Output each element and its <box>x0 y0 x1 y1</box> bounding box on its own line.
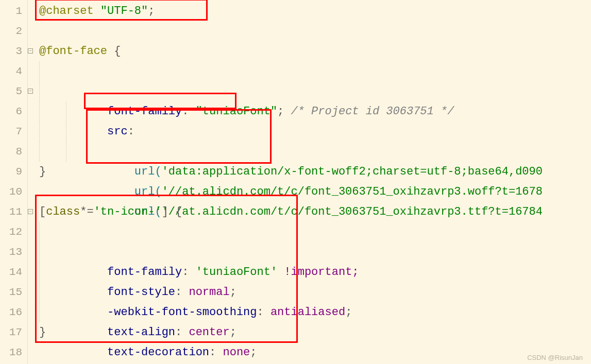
css-brace: ] { <box>162 205 182 218</box>
css-brace: } <box>39 326 46 339</box>
line-number: 5 <box>0 81 22 101</box>
css-attr-name: class <box>46 205 80 218</box>
css-string: "UTF-8" <box>94 5 148 18</box>
indent-guide <box>66 101 66 122</box>
code-line: url('//at.alicdn.com/t/c/font_3063751_ox… <box>39 122 591 142</box>
css-property: text-decoration <box>107 346 209 359</box>
code-line: font-style: normal; <box>39 242 591 262</box>
fold-column: − − − <box>28 0 35 364</box>
code-line: url('data:application/x-font-woff2;chars… <box>39 101 591 122</box>
code-line: -webkit-font-smoothing: antialiased; <box>39 262 591 282</box>
css-value: none <box>223 346 250 359</box>
css-at-rule: @charset <box>39 5 94 18</box>
fold-toggle-icon[interactable]: − <box>28 89 33 94</box>
css-punct: [ <box>39 205 46 218</box>
css-function: url( <box>134 185 162 198</box>
code-line: src: <box>39 81 591 101</box>
code-line: text-align: center; <box>39 282 591 302</box>
code-editor: 1 2 3 4 5 6 7 8 9 10 11 12 13 14 15 16 1… <box>0 0 591 364</box>
indent-guide <box>39 222 40 242</box>
code-line: font-family: "tuniaoFont"; /* Project id… <box>39 61 591 81</box>
css-punct: : <box>209 346 223 359</box>
line-number: 3 <box>0 41 22 61</box>
line-number: 8 <box>0 142 22 162</box>
indent-guide <box>39 101 40 122</box>
line-number: 1 <box>0 1 22 21</box>
fold-toggle-icon[interactable]: − <box>28 209 33 214</box>
indent-guide <box>66 122 66 142</box>
css-at-rule: @font-face <box>39 45 107 58</box>
css-string: 'tn-icon-' <box>94 205 162 218</box>
indent-guide <box>66 142 66 162</box>
css-string: '//at.alicdn.com/t/c/font_3063751_oxihza… <box>162 185 543 198</box>
css-brace: } <box>39 165 46 178</box>
indent-guide <box>39 242 40 262</box>
indent-guide <box>39 122 40 142</box>
line-number: 17 <box>0 322 22 342</box>
code-line: @charset "UTF-8"; <box>39 1 591 21</box>
line-number: 13 <box>0 242 22 262</box>
line-number-gutter: 1 2 3 4 5 6 7 8 9 10 11 12 13 14 15 16 1… <box>0 0 28 364</box>
line-number: 11 <box>0 202 22 222</box>
line-number: 9 <box>0 162 22 182</box>
line-number: 15 <box>0 282 22 302</box>
watermark: CSDN @RisunJan <box>527 354 583 361</box>
code-line: text-decoration: none; <box>39 302 591 322</box>
code-line: } <box>39 162 591 182</box>
line-number: 14 <box>0 262 22 282</box>
css-operator: *= <box>80 205 93 218</box>
indent-guide <box>39 61 40 81</box>
code-line: font-family: 'tuniaoFont' !important; <box>39 222 591 242</box>
code-line: url('//at.alicdn.com/t/c/font_3063751_ox… <box>39 142 591 162</box>
fold-toggle-icon[interactable]: − <box>28 48 33 54</box>
line-number: 10 <box>0 182 22 202</box>
line-number: 6 <box>0 101 22 122</box>
css-punct: ; <box>250 346 257 359</box>
code-line: } <box>39 322 591 342</box>
code-content[interactable]: @charset "UTF-8"; @font-face { font-fami… <box>39 0 591 364</box>
code-line: @font-face { <box>39 41 591 61</box>
indent-guide <box>39 262 40 282</box>
line-number: 4 <box>0 61 22 81</box>
indent-guide <box>39 302 40 322</box>
indent-guide <box>39 282 40 302</box>
line-number: 16 <box>0 302 22 322</box>
css-brace: { <box>107 45 121 58</box>
line-number: 12 <box>0 222 22 242</box>
code-line: [class*='tn-icon-'] { <box>39 202 591 222</box>
indent-guide <box>39 142 40 162</box>
line-number: 2 <box>0 21 22 41</box>
line-number: 7 <box>0 122 22 142</box>
indent-guide <box>39 81 40 101</box>
line-number: 18 <box>0 342 22 362</box>
css-punct: ; <box>148 5 155 18</box>
